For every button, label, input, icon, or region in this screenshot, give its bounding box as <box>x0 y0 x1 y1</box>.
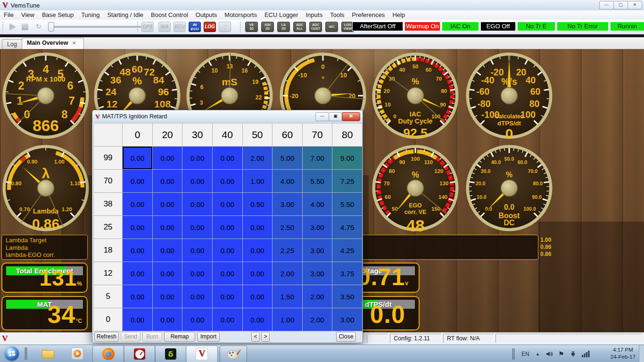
table-cell[interactable]: 0.00 <box>123 262 153 285</box>
table-cell[interactable]: 3.75 <box>332 262 363 285</box>
slider-handle[interactable] <box>48 22 54 32</box>
menu-outputs[interactable]: Outputs <box>192 10 221 20</box>
dialog-prev-button[interactable]: < <box>251 332 260 342</box>
explorer-button[interactable] <box>39 346 58 362</box>
table-cell[interactable]: 4.00 <box>272 170 303 193</box>
table-cell[interactable]: 9.00 <box>332 147 363 170</box>
dialog-minimize-button[interactable]: — <box>315 112 329 121</box>
power-plug-icon[interactable] <box>570 345 577 362</box>
paint-button[interactable] <box>220 346 247 362</box>
table-cell[interactable]: 0.00 <box>212 170 242 193</box>
table-cell[interactable]: 2.00 <box>302 308 332 331</box>
menu-motorsports[interactable]: Motorsports <box>221 10 261 20</box>
table-cell[interactable]: 0.00 <box>182 193 213 216</box>
table-cell[interactable]: 2.00 <box>242 147 272 170</box>
table-cell[interactable]: 1.50 <box>272 285 303 308</box>
validate-button[interactable]: ✓ <box>219 22 231 32</box>
table-cell[interactable]: 3.00 <box>302 262 332 285</box>
taskbar-clock[interactable]: 4:17 PM 24-Feb-17 <box>611 346 636 361</box>
table-cell[interactable]: 0.00 <box>182 170 213 193</box>
menu-ecu-logger[interactable]: ECU Logger <box>261 10 302 20</box>
play-button[interactable] <box>9 23 16 31</box>
table-cell[interactable]: 5.50 <box>332 193 363 216</box>
action-center-flag-icon[interactable]: ⚑ <box>558 345 564 362</box>
table-cell[interactable]: 0.00 <box>123 285 153 308</box>
table-cell[interactable]: 4.25 <box>332 239 363 262</box>
table-cell[interactable]: 0.00 <box>212 239 242 262</box>
table-cell[interactable]: 0.00 <box>152 308 182 331</box>
dialog-Send-button[interactable]: Send <box>121 332 140 342</box>
table-cell[interactable]: 0.00 <box>152 193 182 216</box>
table-cell[interactable]: 1.00 <box>242 170 272 193</box>
table-cell[interactable]: 4.00 <box>302 193 332 216</box>
menu-tools[interactable]: Tools <box>326 10 348 20</box>
table-cell[interactable]: 0.00 <box>152 216 182 239</box>
gauge-app-button[interactable] <box>124 346 156 362</box>
volume-icon[interactable] <box>546 345 553 362</box>
table-cell[interactable]: 5.50 <box>302 170 332 193</box>
tab-close-icon[interactable]: ✕ <box>72 40 76 46</box>
menu-file[interactable]: File <box>0 10 17 20</box>
gps-button[interactable]: GPS <box>141 22 154 32</box>
language-indicator[interactable]: EN <box>521 345 529 362</box>
ign-2d-button[interactable]: IGN2D <box>261 22 274 32</box>
table-cell[interactable]: 0.00 <box>123 239 153 262</box>
close-button[interactable]: ✕ <box>627 1 642 9</box>
table-cell[interactable]: 2.00 <box>272 262 303 285</box>
tab-main-overview[interactable]: Main Overview✕ <box>22 38 84 49</box>
menu-starting-idle[interactable]: Starting / Idle <box>103 10 147 20</box>
table-cell[interactable]: 0.00 <box>123 308 153 331</box>
table-cell[interactable]: 0.00 <box>242 285 272 308</box>
table-cell[interactable]: 0.00 <box>182 239 213 262</box>
tab-log[interactable]: Log <box>2 39 22 49</box>
table-cell[interactable]: 0.00 <box>123 216 153 239</box>
table-cell[interactable]: 0.00 <box>182 216 213 239</box>
network-signal-icon[interactable] <box>582 345 590 362</box>
table-cell[interactable]: 3.00 <box>302 239 332 262</box>
log-position-slider[interactable] <box>49 26 141 28</box>
adc-all-button[interactable]: ADCALL <box>293 22 306 32</box>
minimize-button[interactable]: — <box>599 1 614 9</box>
dialog-title-bar[interactable]: V MAT/TPS Ignition Retard — ▣ ✕ <box>92 110 363 123</box>
menu-help[interactable]: Help <box>388 10 409 20</box>
table-cell[interactable]: 0.00 <box>182 262 213 285</box>
dialog-Burn-button[interactable]: Burn <box>142 332 162 342</box>
menu-inputs[interactable]: Inputs <box>302 10 326 20</box>
show-hidden-icons-button[interactable]: ▲ <box>536 345 540 362</box>
table-cell[interactable]: 4.75 <box>332 216 363 239</box>
table-cell[interactable]: 0.00 <box>123 170 153 193</box>
table-cell[interactable]: 5.00 <box>272 147 303 170</box>
show-desktop-button[interactable] <box>639 345 644 362</box>
stop-button[interactable] <box>22 24 28 30</box>
dialog-Refresh-button[interactable]: Refresh <box>94 332 119 342</box>
vemstune-button[interactable]: V <box>186 346 218 362</box>
dialog-next-button[interactable]: > <box>261 332 270 342</box>
loop-icon[interactable]: ↻ <box>36 23 41 30</box>
ecu-button[interactable]: ECU <box>173 22 186 32</box>
menu-view[interactable]: View <box>17 10 38 20</box>
table-cell[interactable]: 0.00 <box>152 262 182 285</box>
menu-base-setup[interactable]: Base Setup <box>38 10 77 20</box>
menu-tuning[interactable]: Tuning <box>77 10 103 20</box>
table-cell[interactable]: 0.00 <box>152 170 182 193</box>
table-cell[interactable]: 2.25 <box>272 239 303 262</box>
table-cell[interactable]: 0.00 <box>212 262 242 285</box>
table-cell[interactable]: 0.00 <box>123 147 153 170</box>
table-cell[interactable]: 0.00 <box>242 308 272 331</box>
table-cell[interactable]: 3.00 <box>272 193 303 216</box>
table-cell[interactable]: 0.00 <box>182 147 213 170</box>
table-cell[interactable]: 7.25 <box>332 170 363 193</box>
table-cell[interactable]: 0.00 <box>152 239 182 262</box>
table-cell[interactable]: 0.00 <box>182 285 213 308</box>
na-button[interactable]: N/A <box>158 22 171 32</box>
table-cell[interactable]: 3.00 <box>302 216 332 239</box>
table-cell[interactable]: 0.00 <box>212 285 242 308</box>
media-player-button[interactable] <box>68 346 87 362</box>
table-cell[interactable]: 0.00 <box>152 147 182 170</box>
la-2d-button[interactable]: LA2D <box>277 22 290 32</box>
table-cell[interactable]: 1.00 <box>272 308 303 331</box>
table-cell[interactable]: 0.00 <box>242 262 272 285</box>
table-cell[interactable]: 3.50 <box>332 285 363 308</box>
table-cell[interactable]: 0.50 <box>242 193 272 216</box>
adc-cust-button[interactable]: ADCCUST <box>309 22 322 32</box>
